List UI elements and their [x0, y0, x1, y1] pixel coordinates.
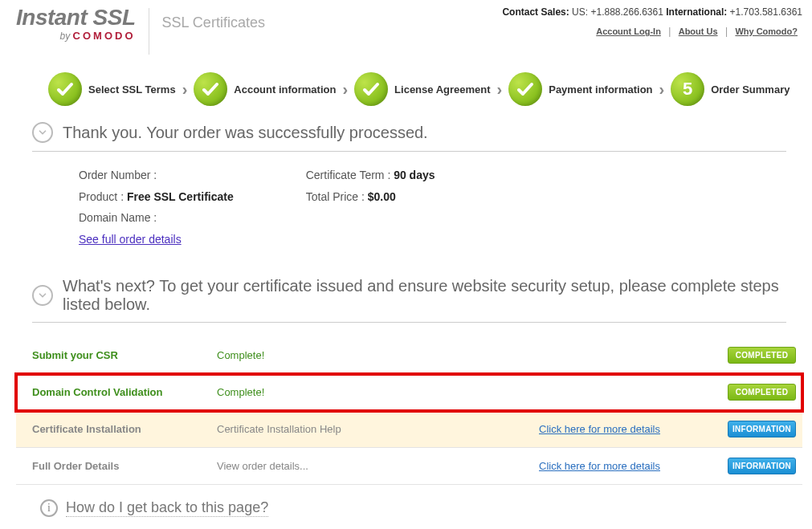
row-submit-csr: Submit your CSR Complete! COMPLETED	[16, 337, 802, 374]
order-details-left: Order Number : Product : Free SSL Certif…	[79, 165, 234, 250]
order-details-right: Certificate Term : 90 days Total Price :…	[306, 165, 435, 250]
page-header: Instant SSL by COMODO SSL Certificates C…	[16, 6, 802, 55]
chevron-right-icon: ›	[659, 80, 665, 99]
row-domain-control-validation: Domain Control Validation Complete! COMP…	[16, 374, 802, 411]
logo-byline: by COMODO	[16, 31, 136, 41]
chevron-right-icon: ›	[182, 80, 188, 99]
account-login-link[interactable]: Account Log-In	[596, 26, 661, 36]
contact-sales-line: Contact Sales: US: +1.888.266.6361 Inter…	[502, 6, 802, 18]
logo-main-text: Instant SSL	[16, 6, 136, 29]
information-button[interactable]: INFORMATION	[728, 421, 796, 437]
about-us-link[interactable]: About Us	[679, 26, 718, 36]
logo: Instant SSL by COMODO	[16, 6, 136, 41]
header-subtitle: SSL Certificates	[162, 14, 265, 31]
step-payment-information: Payment information	[508, 72, 652, 106]
info-icon: i	[40, 499, 58, 517]
full-order-details-link[interactable]: Click here for more details	[539, 460, 660, 472]
top-nav-links: Account Log-In | About Us | Why Comodo?	[502, 26, 802, 37]
logo-area: Instant SSL by COMODO SSL Certificates	[16, 6, 265, 55]
why-comodo-link[interactable]: Why Comodo?	[735, 26, 798, 36]
step-number-icon: 5	[671, 72, 704, 106]
checkmark-icon	[354, 72, 388, 106]
thankyou-title: Thank you. Your order was successfully p…	[63, 124, 428, 142]
completed-button[interactable]: COMPLETED	[728, 347, 796, 364]
thankyou-section-head: Thank you. Your order was successfully p…	[32, 114, 786, 152]
chevron-right-icon: ›	[342, 80, 348, 99]
progress-steps: Select SSL Terms › Account information ›…	[48, 72, 802, 106]
nextsteps-title: What's next? To get your certificate iss…	[63, 277, 786, 314]
nextsteps-section-head: What's next? To get your certificate iss…	[32, 269, 786, 323]
chevron-down-icon[interactable]	[32, 285, 53, 306]
howdo-section: i How do I get back to this page?	[40, 499, 786, 517]
row-certificate-installation: Certificate Installation Certificate Ins…	[16, 411, 802, 448]
step-order-summary: 5 Order Summary	[671, 72, 790, 106]
step-select-ssl-terms: Select SSL Terms	[48, 72, 176, 106]
row-full-order-details: Full Order Details View order details...…	[16, 448, 802, 485]
cert-install-details-link[interactable]: Click here for more details	[539, 423, 660, 435]
chevron-down-icon[interactable]	[32, 122, 53, 143]
howdo-link[interactable]: How do I get back to this page?	[66, 499, 268, 517]
checkmark-icon	[508, 72, 542, 106]
step-account-information: Account information	[194, 72, 336, 106]
see-full-order-link[interactable]: See full order details	[79, 233, 182, 246]
header-right: Contact Sales: US: +1.888.266.6361 Inter…	[502, 6, 802, 37]
checkmark-icon	[194, 72, 227, 106]
chevron-right-icon: ›	[497, 80, 503, 99]
checkmark-icon	[48, 72, 82, 106]
completed-button[interactable]: COMPLETED	[728, 384, 796, 401]
completion-table: Submit your CSR Complete! COMPLETED Doma…	[16, 337, 802, 485]
step-license-agreement: License Agreement	[354, 72, 490, 106]
information-button[interactable]: INFORMATION	[728, 458, 796, 474]
order-details: Order Number : Product : Free SSL Certif…	[79, 165, 786, 250]
vertical-divider	[149, 8, 149, 55]
